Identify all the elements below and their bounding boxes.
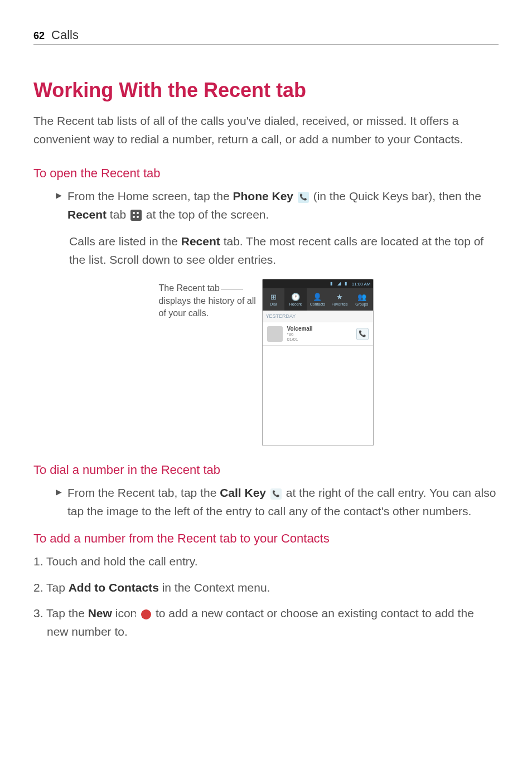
battery-icon: ▮: [345, 281, 350, 287]
text-fragment: From the Recent tab, tap the: [67, 486, 220, 499]
entry-avatar[interactable]: [267, 326, 283, 342]
contacts-icon: 👤: [313, 293, 322, 301]
entry-number: *86: [287, 332, 352, 337]
text-fragment: From the Home screen, tap the: [67, 190, 233, 202]
text-fragment: in the Context menu.: [159, 581, 270, 594]
text-fragment: at the top of the screen.: [143, 208, 269, 221]
recent-icon: 🕐: [291, 293, 300, 301]
bullet-dial-number: ▶ From the Recent tab, tap the Call Key …: [56, 484, 499, 520]
recent-tab-icon: [130, 210, 142, 221]
call-entry[interactable]: Voicemail *86 01/01 📞: [263, 322, 373, 346]
tab-label: Recent: [289, 302, 302, 306]
page-header: 62 Calls: [33, 28, 499, 45]
tab-label: Groups: [355, 302, 368, 306]
add-to-contacts-label: Add to Contacts: [69, 581, 159, 594]
bullet-text: From the Recent tab, tap the Call Key at…: [67, 484, 499, 520]
heading-open-recent: To open the Recent tab: [33, 166, 499, 181]
figure-caption: The Recent tab displays the history of a…: [159, 279, 262, 319]
bullet-marker-icon: ▶: [56, 487, 62, 496]
main-title: Working With the Recent tab: [33, 79, 499, 102]
text-fragment: 3. Tap the: [33, 607, 88, 619]
caption-connector-line: [221, 289, 243, 289]
tab-contacts[interactable]: 👤 Contacts: [307, 288, 329, 311]
new-label: New: [88, 607, 112, 619]
text-fragment: Calls are listed in the: [69, 235, 181, 248]
new-plus-icon: [141, 609, 151, 619]
tab-favorites[interactable]: ★ Favorites: [328, 288, 351, 311]
step-2: 2. Tap Add to Contacts in the Context me…: [33, 579, 499, 597]
continuation-text: Calls are listed in the Recent tab. The …: [69, 233, 499, 269]
step-3: 3. Tap the New icon to add a new contact…: [33, 604, 499, 641]
figure-row: The Recent tab displays the history of a…: [33, 279, 499, 446]
heading-add-contact: To add a number from the Recent tab to y…: [33, 531, 499, 546]
entry-name: Voicemail: [287, 326, 352, 332]
numbered-list: 1. Touch and hold the call entry. 2. Tap…: [33, 553, 499, 641]
wifi-icon: ◢: [337, 281, 343, 287]
phone-statusbar: ▮ ◢ ▮ 11:00 AM: [263, 279, 373, 288]
heading-dial-number: To dial a number in the Recent tab: [33, 463, 499, 477]
text-fragment: tab: [107, 208, 129, 221]
tab-recent[interactable]: 🕐 Recent: [284, 288, 307, 311]
section-title: Calls: [51, 28, 79, 42]
phone-key-icon: [298, 192, 309, 203]
bullet-text: From the Home screen, tap the Phone Key …: [67, 187, 499, 224]
tab-label: Dial: [270, 302, 277, 306]
phone-tabs-row: ⊞ Dial 🕐 Recent 👤 Contacts ★ Favorites 👥…: [263, 288, 373, 311]
page-number: 62: [33, 30, 45, 42]
call-key-icon: [270, 488, 282, 500]
entry-date: 01/01: [287, 337, 352, 342]
recent-bold: Recent: [181, 235, 220, 248]
dial-icon: ⊞: [270, 293, 277, 301]
groups-icon: 👥: [357, 293, 366, 301]
entry-call-button[interactable]: 📞: [356, 328, 369, 340]
status-time: 11:00 AM: [352, 282, 371, 287]
favorites-icon: ★: [336, 293, 343, 301]
text-fragment: 2. Tap: [33, 581, 69, 594]
caption-line1: The Recent tab: [159, 283, 220, 293]
tab-dial[interactable]: ⊞ Dial: [263, 288, 285, 311]
step-1: 1. Touch and hold the call entry.: [33, 553, 499, 571]
caption-line2: displays the history of all of your call…: [159, 296, 256, 318]
phone-key-label: Phone Key: [233, 190, 293, 202]
text-fragment: (in the Quick Keys bar), then the: [310, 190, 481, 202]
tab-label: Favorites: [332, 302, 348, 306]
phone-screenshot: ▮ ◢ ▮ 11:00 AM ⊞ Dial 🕐 Recent 👤 Contact…: [262, 279, 374, 446]
bullet-open-recent: ▶ From the Home screen, tap the Phone Ke…: [56, 187, 499, 224]
signal-icon: ▮: [330, 281, 336, 287]
entry-info: Voicemail *86 01/01: [287, 326, 352, 342]
tab-label: Contacts: [310, 302, 326, 306]
day-label: YESTERDAY: [263, 311, 373, 322]
tab-groups[interactable]: 👥 Groups: [351, 288, 373, 311]
call-key-label: Call Key: [220, 486, 266, 499]
bullet-marker-icon: ▶: [56, 191, 62, 200]
intro-paragraph: The Recent tab lists of all of the calls…: [33, 112, 499, 148]
recent-label: Recent: [67, 208, 107, 221]
